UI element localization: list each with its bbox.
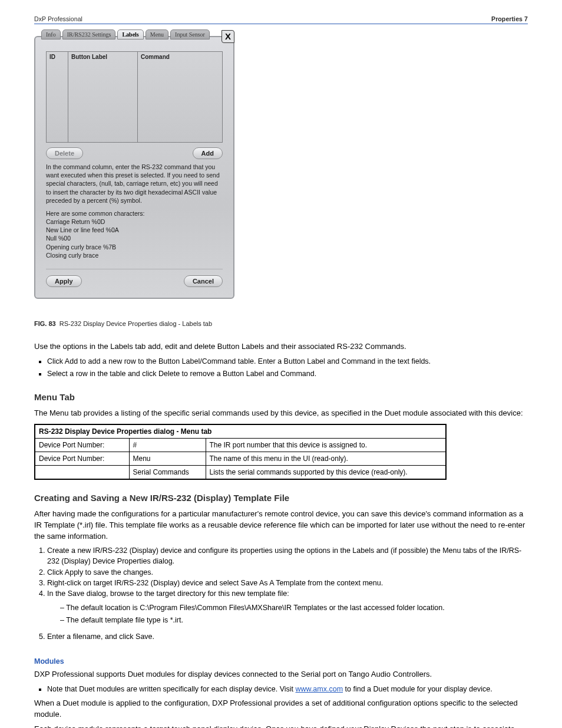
figure-caption: FIG. 83 RS-232 Display Device Properties… bbox=[34, 320, 528, 327]
apply-button[interactable]: Apply bbox=[46, 275, 82, 287]
modules-heading: Modules bbox=[34, 657, 528, 666]
table-caption: RS-232 Display Device Properties dialog … bbox=[35, 424, 446, 439]
labels-bullet-delete: Select a row in the table and click Dele… bbox=[47, 368, 528, 379]
modules-p3: Each device module represents a target t… bbox=[34, 724, 528, 728]
template-step3: Right-click on target IR/RS-232 (Display… bbox=[47, 578, 528, 588]
runhead-right: Properties 7 bbox=[491, 15, 528, 22]
common-characters: Here are some common characters: Carriag… bbox=[46, 209, 223, 259]
column-id: ID bbox=[46, 51, 68, 143]
labels-bullet-add: Click Add to add a new row to the Button… bbox=[47, 356, 528, 367]
column-command: Command bbox=[138, 51, 223, 143]
table-row: Device Port Number: # The IR port number… bbox=[35, 438, 446, 452]
modules-intro: DXP Professional supports Duet modules f… bbox=[34, 669, 528, 680]
table-row: Serial Commands Lists the serial command… bbox=[35, 465, 446, 479]
tabs: Info IR/RS232 Settings Labels Menu Input… bbox=[41, 29, 210, 39]
close-button[interactable]: X bbox=[222, 30, 234, 43]
template-step5: Enter a filename, and click Save. bbox=[47, 631, 528, 642]
tab-labels[interactable]: Labels bbox=[117, 29, 143, 39]
menu-tab-paragraph: The Menu tab provides a listing of the s… bbox=[34, 408, 528, 419]
tab-input-sensor[interactable]: Input Sensor bbox=[170, 29, 210, 39]
char-lf: New Line or line feed %0A bbox=[46, 226, 223, 234]
char-close-brace: Closing curly brace bbox=[46, 251, 223, 259]
template-step4: In the Save dialog, browse to the target… bbox=[47, 588, 528, 599]
char-cr: Carriage Return %0D bbox=[46, 218, 223, 226]
labels-table: ID Button Label Command bbox=[46, 51, 223, 143]
delete-button[interactable]: Delete bbox=[46, 147, 83, 159]
template-heading: Creating and Saving a New IR/RS-232 (Dis… bbox=[34, 493, 528, 503]
chars-heading: Here are some common characters: bbox=[46, 209, 223, 218]
amx-link[interactable]: www.amx.com bbox=[296, 685, 343, 693]
tab-ir-rs232[interactable]: IR/RS232 Settings bbox=[62, 29, 116, 39]
char-open-brace: Opening curly brace %7B bbox=[46, 243, 223, 251]
add-button[interactable]: Add bbox=[193, 147, 223, 159]
modules-p2: When a Duet module is applied to the con… bbox=[34, 698, 528, 720]
fig-number: FIG. 83 bbox=[34, 320, 56, 327]
column-button-label: Button Label bbox=[68, 51, 138, 143]
device-properties-dialog: X Info IR/RS232 Settings Labels Menu Inp… bbox=[34, 36, 234, 299]
help-text: In the command column, enter the RS-232 … bbox=[46, 163, 223, 205]
char-null: Null %00 bbox=[46, 234, 223, 242]
menu-commands-table: RS-232 Display Device Properties dialog … bbox=[34, 424, 447, 480]
header-rule bbox=[34, 24, 528, 24]
tab-menu[interactable]: Menu bbox=[146, 29, 168, 39]
template-step1: Create a new IR/RS-232 (Display) device … bbox=[47, 545, 528, 566]
fig-title: RS-232 Display Device Properties dialog … bbox=[59, 320, 212, 327]
cancel-button[interactable]: Cancel bbox=[184, 275, 223, 287]
modules-note: Note that Duet modules are written speci… bbox=[47, 684, 528, 694]
template-intro: After having made the configurations for… bbox=[34, 509, 528, 542]
tab-info[interactable]: Info bbox=[41, 29, 61, 39]
template-step4b: The default template file type is *.irt. bbox=[60, 615, 528, 625]
menu-tab-heading: Menu Tab bbox=[34, 392, 528, 402]
labels-intro: Use the options in the Labels tab add, e… bbox=[34, 341, 528, 353]
table-row: Device Port Number: Menu The name of thi… bbox=[35, 452, 446, 465]
template-step2: Click Apply to save the changes. bbox=[47, 567, 528, 578]
template-step4a: The default location is C:\Program Files… bbox=[60, 602, 528, 613]
runhead-left: DxP Professional bbox=[34, 15, 82, 22]
